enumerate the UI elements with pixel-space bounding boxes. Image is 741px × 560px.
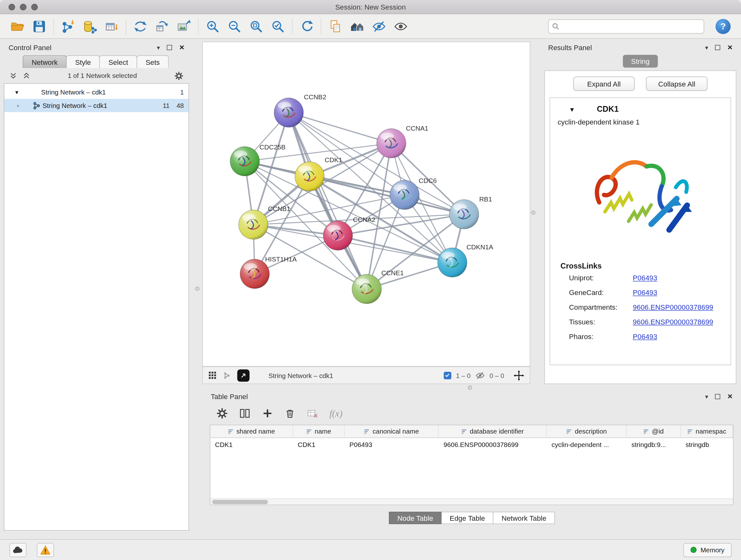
table-cell[interactable]: 9606.ENSP00000378699 <box>439 438 547 451</box>
show-columns-icon[interactable] <box>239 408 251 419</box>
birds-eye-view-button[interactable] <box>237 369 250 381</box>
column-header[interactable]: database identifier <box>439 425 547 438</box>
network-node[interactable] <box>352 274 381 304</box>
tab-string[interactable]: String <box>623 55 657 68</box>
show-graphics-details-button[interactable] <box>390 16 412 37</box>
expand-all-icon[interactable] <box>23 72 30 79</box>
tab-style[interactable]: Style <box>66 55 100 68</box>
table-cell[interactable]: P06493 <box>345 438 439 451</box>
delete-table-icon-disabled[interactable] <box>307 408 318 419</box>
crosslink-link[interactable]: P06493 <box>633 332 657 340</box>
table-cell[interactable]: stringdb:9... <box>627 438 681 451</box>
close-panel-icon[interactable]: × <box>179 43 185 52</box>
tab-edge-table[interactable]: Edge Table <box>441 512 493 524</box>
network-node[interactable] <box>274 98 304 127</box>
close-panel-icon[interactable]: × <box>728 43 733 52</box>
column-header[interactable]: @id <box>627 425 681 438</box>
network-edge[interactable] <box>338 236 452 262</box>
column-header[interactable]: description <box>547 425 627 438</box>
zoom-out-button[interactable] <box>223 16 245 37</box>
float-panel-icon[interactable] <box>715 394 720 399</box>
panel-menu-icon[interactable]: ▾ <box>705 44 708 51</box>
right-splitter-handle[interactable] <box>531 210 536 214</box>
search-input[interactable] <box>548 19 704 33</box>
scrollbar-thumb[interactable] <box>212 500 268 504</box>
add-column-icon[interactable] <box>262 408 273 419</box>
float-panel-icon[interactable] <box>167 45 172 50</box>
collection-disclosure-icon[interactable]: ▼ <box>4 89 19 95</box>
fit-content-crosshair-icon[interactable] <box>514 370 524 381</box>
zoom-fit-button[interactable] <box>246 16 267 37</box>
show-panels-button[interactable] <box>346 16 368 37</box>
collapse-all-button[interactable]: Collapse All <box>646 77 708 91</box>
import-network-database-button[interactable] <box>79 16 100 37</box>
tab-node-table[interactable]: Node Table <box>389 512 442 524</box>
refresh-view-button[interactable] <box>296 16 318 37</box>
network-node[interactable] <box>323 221 353 250</box>
grid-view-icon[interactable] <box>208 371 216 379</box>
merge-tables-button[interactable] <box>151 16 173 37</box>
warnings-button[interactable] <box>37 543 54 557</box>
table-cell[interactable]: CDK1 <box>293 438 345 451</box>
table-cell[interactable]: CDK1 <box>210 438 293 451</box>
network-node[interactable] <box>240 259 269 289</box>
open-session-button[interactable] <box>7 16 28 37</box>
network-node[interactable] <box>239 210 268 240</box>
tab-sets[interactable]: Sets <box>137 55 169 68</box>
network-edge[interactable] <box>289 113 391 143</box>
float-panel-icon[interactable] <box>715 45 720 50</box>
crosslink-link[interactable]: P06493 <box>633 274 657 282</box>
delete-column-icon[interactable] <box>285 408 295 419</box>
network-node[interactable] <box>390 180 419 209</box>
panel-menu-icon[interactable]: ▾ <box>705 393 708 399</box>
table-cell[interactable]: cyclin-dependent ... <box>547 438 627 451</box>
horizontal-scrollbar[interactable] <box>210 498 733 504</box>
gene-disclosure-icon[interactable]: ▼ <box>569 106 575 113</box>
table-cell[interactable]: stringdb <box>681 438 733 451</box>
network-row[interactable]: ● String Network – cdk1 11 48 <box>4 99 189 112</box>
crosslink-link[interactable]: P06493 <box>633 289 657 297</box>
panel-menu-icon[interactable]: ▾ <box>157 44 160 51</box>
network-node[interactable] <box>230 146 259 176</box>
network-node[interactable] <box>449 199 479 229</box>
network-node[interactable] <box>377 129 406 158</box>
tab-network[interactable]: Network <box>23 55 67 68</box>
network-node[interactable] <box>437 248 467 277</box>
tab-select[interactable]: Select <box>99 55 137 68</box>
merge-networks-button[interactable] <box>130 16 151 37</box>
import-network-file-button[interactable] <box>57 16 79 37</box>
bottom-splitter-handle[interactable] <box>468 385 472 389</box>
network-canvas[interactable]: CCNB2CCNA1CDC25BCDK1CDC6RB1CCNB1CCNA2CDK… <box>203 42 530 366</box>
help-button[interactable]: ? <box>716 19 731 34</box>
export-image-button[interactable] <box>173 16 195 37</box>
network-edge[interactable] <box>289 113 367 289</box>
column-header[interactable]: shared name <box>210 425 293 438</box>
memory-button[interactable]: Memory <box>684 543 731 557</box>
zoom-in-button[interactable] <box>202 16 223 37</box>
import-table-file-button[interactable] <box>100 16 122 37</box>
hide-graphics-details-button[interactable] <box>368 16 390 37</box>
save-session-button[interactable] <box>28 16 50 37</box>
collapse-all-icon[interactable] <box>10 72 17 79</box>
expand-all-button[interactable]: Expand All <box>573 77 635 91</box>
cloud-status-button[interactable] <box>10 543 26 557</box>
tab-network-table[interactable]: Network Table <box>493 512 555 524</box>
clone-network-button[interactable] <box>325 16 346 37</box>
close-panel-icon[interactable]: × <box>728 392 733 401</box>
network-overview-icon[interactable] <box>223 372 231 379</box>
table-options-gear-icon[interactable] <box>216 408 228 419</box>
function-builder-button[interactable]: f(x) <box>329 408 342 419</box>
results-panel: Results Panel ▾ × String Expand All Coll… <box>543 42 737 384</box>
column-header[interactable]: canonical name <box>345 425 439 438</box>
selected-nodes-checkbox[interactable] <box>444 372 451 379</box>
column-header[interactable]: namespac <box>681 425 733 438</box>
zoom-selected-button[interactable] <box>267 16 289 37</box>
crosslink-link[interactable]: 9606.ENSP00000378699 <box>633 303 713 311</box>
network-node[interactable] <box>295 162 324 191</box>
crosslink-link[interactable]: 9606.ENSP00000378699 <box>633 318 713 326</box>
network-collection-row[interactable]: ▼ String Network – cdk1 1 <box>4 85 189 99</box>
table-row[interactable]: CDK1CDK1P064939606.ENSP00000378699cyclin… <box>210 438 733 451</box>
network-options-gear-icon[interactable] <box>174 71 183 80</box>
left-splitter-handle[interactable] <box>195 287 199 291</box>
column-header[interactable]: name <box>293 425 345 438</box>
